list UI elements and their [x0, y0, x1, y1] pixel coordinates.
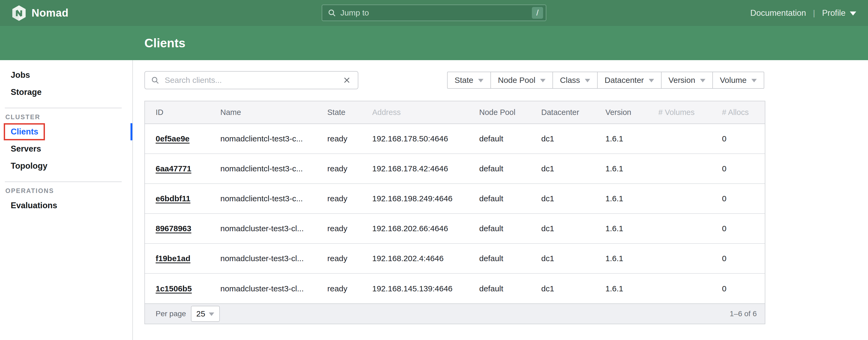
- client-name-cell: nomadclientcl-test3-c...: [220, 184, 327, 214]
- keyboard-shortcut-badge: /: [532, 7, 543, 19]
- table-row[interactable]: 0ef5ae9e nomadclientcl-test3-c... ready …: [145, 124, 765, 154]
- client-datacenter-cell: dc1: [541, 184, 606, 214]
- table-header-row: IDNameStateAddressNode PoolDatacenterVer…: [145, 101, 765, 124]
- column-header-volumes[interactable]: # Volumes: [658, 101, 722, 124]
- client-version-cell: 1.6.1: [606, 273, 658, 303]
- client-address-cell: 192.168.178.42:4646: [372, 154, 479, 184]
- sidebar: Jobs Storage CLUSTER Clients Servers Top…: [0, 60, 133, 340]
- top-navigation-bar: Nomad / Documentation | Profile: [0, 0, 868, 26]
- column-header-allocs[interactable]: # Allocs: [722, 101, 765, 124]
- client-datacenter-cell: dc1: [541, 244, 606, 273]
- sidebar-item-topology[interactable]: Topology: [0, 157, 132, 175]
- column-header-name[interactable]: Name: [220, 101, 327, 124]
- chevron-down-icon: [540, 79, 546, 82]
- jump-to-input[interactable]: [340, 8, 532, 18]
- column-header-address[interactable]: Address: [372, 101, 479, 124]
- client-name-cell: nomadcluster-test3-cl...: [220, 273, 327, 303]
- client-state-cell: ready: [327, 154, 372, 184]
- client-allocs-cell: 0: [722, 273, 765, 303]
- client-name-cell: nomadclientcl-test3-c...: [220, 124, 327, 154]
- filter-class[interactable]: Class: [553, 72, 598, 89]
- sidebar-divider: [5, 182, 122, 182]
- client-name-cell: nomadcluster-test3-cl...: [220, 214, 327, 244]
- client-volumes-cell: [658, 244, 722, 273]
- column-header-state[interactable]: State: [327, 101, 372, 124]
- documentation-link[interactable]: Documentation: [750, 8, 806, 18]
- search-icon: [328, 8, 336, 17]
- client-state-cell: ready: [327, 184, 372, 214]
- client-id-link[interactable]: 0ef5ae9e: [156, 134, 190, 143]
- client-id-link[interactable]: 6aa47771: [156, 164, 191, 173]
- client-volumes-cell: [658, 273, 722, 303]
- filter-volume[interactable]: Volume: [712, 72, 764, 89]
- client-state-cell: ready: [327, 214, 372, 244]
- client-volumes-cell: [658, 124, 722, 154]
- active-item-indicator: [130, 123, 132, 140]
- close-icon[interactable]: [342, 75, 352, 85]
- search-icon: [151, 76, 159, 85]
- client-address-cell: 192.168.145.139:4646: [372, 273, 479, 303]
- client-state-cell: ready: [327, 124, 372, 154]
- client-state-cell: ready: [327, 244, 372, 273]
- table-row[interactable]: 89678963 nomadcluster-test3-cl... ready …: [145, 214, 765, 244]
- column-header-version[interactable]: Version: [606, 101, 658, 124]
- column-header-node-pool[interactable]: Node Pool: [479, 101, 541, 124]
- table-row[interactable]: 6aa47771 nomadclientcl-test3-c... ready …: [145, 154, 765, 184]
- jump-to-search[interactable]: /: [322, 4, 546, 21]
- client-name-cell: nomadcluster-test3-cl...: [220, 244, 327, 273]
- client-id-link[interactable]: 1c1506b5: [156, 284, 192, 293]
- table-row[interactable]: e6bdbf11 nomadclientcl-test3-c... ready …: [145, 184, 765, 214]
- per-page-value: 25: [196, 309, 205, 318]
- client-id-link[interactable]: 89678963: [156, 224, 191, 233]
- client-node-pool-cell: default: [479, 244, 541, 273]
- sidebar-item-storage[interactable]: Storage: [0, 84, 132, 101]
- clients-search-box[interactable]: [145, 71, 358, 89]
- main-content: State Node Pool Class Datacenter Version…: [133, 60, 868, 340]
- topbar-links: Documentation | Profile: [750, 8, 856, 18]
- nomad-brand[interactable]: Nomad: [12, 5, 68, 21]
- client-id-link[interactable]: f19be1ad: [156, 254, 190, 263]
- client-version-cell: 1.6.1: [606, 244, 658, 273]
- clients-search-input[interactable]: [164, 75, 340, 85]
- client-datacenter-cell: dc1: [541, 154, 606, 184]
- table-row[interactable]: f19be1ad nomadcluster-test3-cl... ready …: [145, 244, 765, 273]
- table-row[interactable]: 1c1506b5 nomadcluster-test3-cl... ready …: [145, 273, 765, 303]
- filter-state[interactable]: State: [447, 72, 491, 89]
- column-header-datacenter[interactable]: Datacenter: [541, 101, 606, 124]
- column-header-id[interactable]: ID: [145, 101, 220, 124]
- client-id-link[interactable]: e6bdbf11: [156, 194, 190, 203]
- chevron-down-icon: [649, 79, 654, 82]
- client-version-cell: 1.6.1: [606, 214, 658, 244]
- page-title: Clients: [145, 36, 185, 50]
- client-node-pool-cell: default: [479, 273, 541, 303]
- filter-datacenter[interactable]: Datacenter: [597, 72, 661, 89]
- client-volumes-cell: [658, 214, 722, 244]
- topbar-divider: |: [813, 8, 815, 18]
- sidebar-item-jobs[interactable]: Jobs: [0, 67, 132, 84]
- pagination-range: 1–6 of 6: [730, 310, 757, 318]
- client-address-cell: 192.168.202.4:4646: [372, 244, 479, 273]
- chevron-down-icon: [751, 79, 757, 82]
- client-address-cell: 192.168.202.66:4646: [372, 214, 479, 244]
- client-volumes-cell: [658, 154, 722, 184]
- client-node-pool-cell: default: [479, 154, 541, 184]
- profile-menu[interactable]: Profile: [822, 8, 856, 18]
- client-datacenter-cell: dc1: [541, 273, 606, 303]
- sidebar-item-clients[interactable]: Clients: [0, 123, 132, 140]
- filter-version[interactable]: Version: [661, 72, 713, 89]
- per-page-label: Per page: [156, 310, 186, 318]
- client-address-cell: 192.168.178.50:4646: [372, 124, 479, 154]
- sidebar-item-servers[interactable]: Servers: [0, 140, 132, 157]
- sidebar-section-operations: OPERATIONS: [5, 187, 132, 195]
- filter-button-group: State Node Pool Class Datacenter Version…: [447, 72, 764, 89]
- client-version-cell: 1.6.1: [606, 154, 658, 184]
- filter-node-pool[interactable]: Node Pool: [490, 72, 553, 89]
- per-page-select[interactable]: 25: [191, 306, 220, 322]
- client-datacenter-cell: dc1: [541, 124, 606, 154]
- chevron-down-icon: [209, 312, 214, 316]
- client-state-cell: ready: [327, 273, 372, 303]
- sidebar-item-evaluations[interactable]: Evaluations: [0, 197, 132, 214]
- client-address-cell: 192.168.198.249:4646: [372, 184, 479, 214]
- client-volumes-cell: [658, 184, 722, 214]
- client-allocs-cell: 0: [722, 124, 765, 154]
